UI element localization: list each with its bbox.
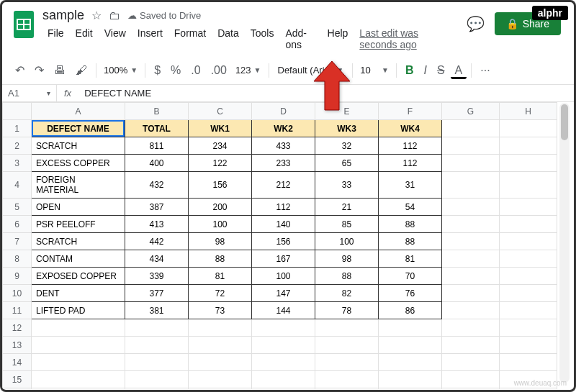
select-all-corner[interactable] xyxy=(3,103,32,120)
table-cell[interactable]: 112 xyxy=(379,155,442,172)
table-cell[interactable]: 167 xyxy=(252,250,315,268)
menu-edit[interactable]: Edit xyxy=(71,24,98,53)
cell[interactable] xyxy=(442,285,500,302)
row-header[interactable]: 3 xyxy=(3,155,32,172)
cell[interactable] xyxy=(442,268,500,285)
cell[interactable] xyxy=(125,371,189,388)
cell[interactable] xyxy=(442,155,500,172)
font-size-select[interactable]: 10 ▼ xyxy=(357,62,392,78)
cell[interactable] xyxy=(442,250,500,268)
table-cell[interactable]: 88 xyxy=(189,250,252,268)
vertical-scrollbar[interactable] xyxy=(559,103,570,383)
table-cell[interactable]: 78 xyxy=(315,302,379,319)
saved-status[interactable]: ☁Saved to Drive xyxy=(127,10,201,21)
text-color-button[interactable]: A xyxy=(451,61,467,79)
table-cell[interactable]: SCRATCH xyxy=(32,233,125,250)
scrollbar-thumb[interactable] xyxy=(561,104,568,140)
cell[interactable] xyxy=(379,371,442,388)
table-cell[interactable]: 82 xyxy=(315,285,379,302)
table-header-cell[interactable]: TOTAL xyxy=(125,120,189,137)
cell[interactable] xyxy=(252,388,315,390)
paint-format-button[interactable]: 🖌 xyxy=(71,61,91,80)
cell[interactable] xyxy=(442,371,500,388)
row-header[interactable]: 12 xyxy=(3,319,32,337)
cell[interactable] xyxy=(252,337,315,354)
strikethrough-button[interactable]: S xyxy=(433,61,449,80)
cell[interactable] xyxy=(500,155,557,172)
table-cell[interactable]: DENT xyxy=(32,285,125,302)
table-cell[interactable]: 65 xyxy=(315,155,379,172)
cell[interactable] xyxy=(189,319,252,337)
cell[interactable] xyxy=(32,337,125,354)
table-cell[interactable]: 140 xyxy=(252,216,315,233)
print-button[interactable]: 🖶 xyxy=(50,61,70,80)
cell[interactable] xyxy=(252,371,315,388)
cell[interactable] xyxy=(125,337,189,354)
cell[interactable] xyxy=(500,172,557,199)
table-cell[interactable]: 70 xyxy=(379,268,442,285)
cell[interactable] xyxy=(500,302,557,319)
cell[interactable] xyxy=(315,371,379,388)
cell[interactable] xyxy=(189,337,252,354)
menu-add-ons[interactable]: Add-ons xyxy=(280,24,320,53)
cell[interactable] xyxy=(252,354,315,371)
table-cell[interactable]: 442 xyxy=(125,233,189,250)
cell[interactable] xyxy=(315,354,379,371)
italic-button[interactable]: I xyxy=(419,61,431,80)
menu-insert[interactable]: Insert xyxy=(132,24,168,53)
row-header[interactable]: 13 xyxy=(3,337,32,354)
table-cell[interactable]: 122 xyxy=(189,155,252,172)
table-cell[interactable]: 112 xyxy=(379,137,442,155)
table-cell[interactable]: SCRATCH xyxy=(32,137,125,155)
table-cell[interactable]: FOREIGN MATERIAL xyxy=(32,172,125,199)
column-header[interactable]: E xyxy=(315,103,379,120)
table-cell[interactable]: 32 xyxy=(315,137,379,155)
cell[interactable] xyxy=(500,319,557,337)
cell[interactable] xyxy=(125,388,189,390)
cell[interactable] xyxy=(315,388,379,390)
table-cell[interactable]: 73 xyxy=(189,302,252,319)
cell[interactable] xyxy=(442,216,500,233)
column-header[interactable]: D xyxy=(252,103,315,120)
bold-button[interactable]: B xyxy=(401,61,418,80)
comments-icon[interactable]: 💬 xyxy=(467,15,485,32)
menu-help[interactable]: Help xyxy=(323,24,354,53)
row-header[interactable]: 11 xyxy=(3,302,32,319)
table-cell[interactable]: LIFTED PAD xyxy=(32,302,125,319)
table-cell[interactable]: 88 xyxy=(379,233,442,250)
cell[interactable] xyxy=(500,337,557,354)
cell[interactable] xyxy=(379,337,442,354)
row-header[interactable]: 9 xyxy=(3,268,32,285)
cell[interactable] xyxy=(442,233,500,250)
table-header-cell[interactable]: WK3 xyxy=(315,120,379,137)
row-header[interactable]: 8 xyxy=(3,250,32,268)
cell[interactable] xyxy=(442,337,500,354)
table-cell[interactable]: 21 xyxy=(315,199,379,216)
cell[interactable] xyxy=(500,120,557,137)
table-header-cell[interactable]: DEFECT NAME xyxy=(32,120,125,137)
column-header[interactable]: B xyxy=(125,103,189,120)
currency-button[interactable]: $ xyxy=(150,61,165,80)
cell[interactable] xyxy=(125,319,189,337)
cell[interactable] xyxy=(442,199,500,216)
column-header[interactable]: G xyxy=(442,103,500,120)
row-header[interactable]: 15 xyxy=(3,371,32,388)
table-cell[interactable]: 200 xyxy=(189,199,252,216)
row-header[interactable]: 14 xyxy=(3,354,32,371)
more-formats-button[interactable]: 123▼ xyxy=(233,62,264,78)
undo-button[interactable]: ↶ xyxy=(11,60,29,80)
cell[interactable] xyxy=(500,137,557,155)
cell[interactable] xyxy=(500,233,557,250)
menu-tools[interactable]: Tools xyxy=(246,24,279,53)
column-header[interactable]: C xyxy=(189,103,252,120)
table-cell[interactable]: 85 xyxy=(315,216,379,233)
cell[interactable] xyxy=(32,354,125,371)
table-cell[interactable]: 112 xyxy=(252,199,315,216)
table-cell[interactable]: 156 xyxy=(189,172,252,199)
table-cell[interactable]: EXPOSED COPPER xyxy=(32,268,125,285)
row-header[interactable]: 2 xyxy=(3,137,32,155)
table-cell[interactable]: 81 xyxy=(379,250,442,268)
table-cell[interactable]: 434 xyxy=(125,250,189,268)
menu-data[interactable]: Data xyxy=(212,24,244,53)
cell[interactable] xyxy=(189,354,252,371)
